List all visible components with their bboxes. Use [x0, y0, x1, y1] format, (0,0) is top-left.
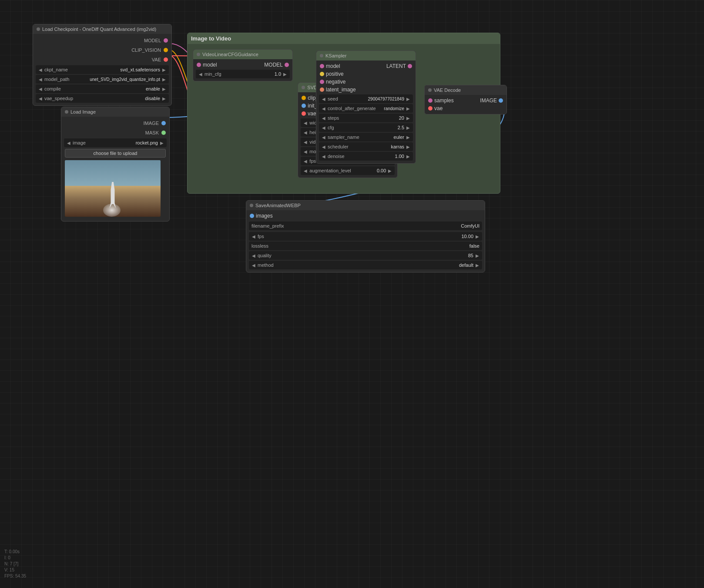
video-linear-cfg-node: VideoLinearCFGGuidance model MODEL ◀ min… [193, 49, 293, 81]
image-field-left-arrow[interactable]: ◀ [66, 141, 72, 145]
steps-right-arrow[interactable]: ▶ [405, 116, 411, 121]
vae-decode-image-label: IMAGE [480, 97, 497, 104]
motion-bucket-left-arrow[interactable]: ◀ [302, 149, 308, 154]
vlcfg-model-input: model [197, 62, 217, 68]
augmentation-value: 0.00 [351, 168, 387, 173]
image-field-label: image [72, 140, 115, 145]
model-path-right-arrow[interactable]: ▶ [161, 77, 167, 82]
vae-decode-vae-in[interactable] [428, 106, 432, 111]
vae-decode-vae-label: vae [434, 105, 443, 111]
vlcfg-model-in[interactable] [197, 63, 201, 67]
vae-decode-image-out[interactable] [499, 98, 503, 103]
video-linear-cfg-header[interactable]: VideoLinearCFGGuidance [193, 50, 292, 59]
control-after-right[interactable]: ▶ [405, 106, 411, 111]
vae-decode-samples-label: samples [434, 97, 454, 104]
seed-left-arrow[interactable]: ◀ [321, 97, 327, 101]
denoise-left-arrow[interactable]: ◀ [321, 154, 327, 159]
image-to-video-header[interactable]: Image to Video [188, 33, 500, 44]
status-fps: FPS: 54.35 [4, 573, 26, 579]
vae-connector-out[interactable] [164, 57, 168, 62]
svd-vae-in[interactable] [302, 111, 306, 116]
ckpt-name-right-arrow[interactable]: ▶ [161, 67, 167, 72]
vae-speedup-left-arrow[interactable]: ◀ [37, 96, 44, 101]
ckpt-name-left-arrow[interactable]: ◀ [37, 67, 44, 72]
augmentation-right-arrow[interactable]: ▶ [387, 168, 393, 173]
model-path-left-arrow[interactable]: ◀ [37, 77, 44, 82]
image-field-right-arrow[interactable]: ▶ [159, 141, 165, 145]
upload-button[interactable]: choose file to upload [65, 149, 166, 158]
scheduler-right-arrow[interactable]: ▶ [405, 144, 411, 149]
ksampler-latent-output: LATENT [386, 63, 412, 69]
compile-right-arrow[interactable]: ▶ [161, 87, 167, 91]
scheduler-left-arrow[interactable]: ◀ [321, 144, 327, 149]
ckpt-name-row: ◀ ckpt_name svd_xt.safetensors ▶ [36, 65, 169, 74]
ksampler-negative-in[interactable] [320, 80, 324, 84]
steps-value: 20 [366, 115, 405, 121]
augmentation-left-arrow[interactable]: ◀ [302, 168, 308, 173]
seed-right-arrow[interactable]: ▶ [405, 97, 411, 101]
image-connector-out[interactable] [161, 121, 166, 125]
ksampler-latent-in[interactable] [320, 87, 324, 92]
save-fps-label: fps [257, 234, 365, 239]
denoise-right-arrow[interactable]: ▶ [405, 154, 411, 159]
ckpt-name-label: ckpt_name [44, 67, 102, 72]
compile-left-arrow[interactable]: ◀ [37, 87, 44, 91]
min-cfg-right-arrow[interactable]: ▶ [282, 72, 288, 77]
mask-connector-out[interactable] [161, 131, 166, 135]
model-connector-out[interactable] [164, 38, 168, 43]
sampler-name-left[interactable]: ◀ [321, 135, 327, 140]
vae-speedup-right-arrow[interactable]: ▶ [161, 96, 167, 101]
vae-decode-header[interactable]: VAE Decode [425, 85, 506, 95]
video-frames-left-arrow[interactable]: ◀ [302, 140, 308, 144]
steps-left-arrow[interactable]: ◀ [321, 116, 327, 121]
min-cfg-row: ◀ min_cfg 1.0 ▶ [196, 70, 290, 78]
vlcfg-model-out[interactable] [285, 63, 289, 67]
svd-init-image-in[interactable] [302, 104, 306, 108]
cfg-left-arrow[interactable]: ◀ [321, 125, 327, 130]
save-animated-webp-header[interactable]: SaveAnimatedWEBP [246, 201, 485, 210]
load-checkpoint-header[interactable]: Load Checkpoint - OneDiff Quant Advanced… [33, 24, 171, 34]
vlcfg-model-input-label: model [203, 62, 217, 68]
svd-clip-vision-in[interactable] [302, 96, 306, 100]
method-label: method [257, 262, 365, 268]
ksampler-positive-row: positive [316, 70, 416, 78]
lossless-row: lossless false [249, 242, 482, 250]
cfg-right-arrow[interactable]: ▶ [405, 125, 411, 130]
save-fps-right-arrow[interactable]: ▶ [474, 234, 480, 239]
sampler-name-right[interactable]: ▶ [405, 135, 411, 140]
load-image-node: Load Image IMAGE MASK ◀ image rocket.png… [61, 107, 170, 222]
control-after-left[interactable]: ◀ [321, 106, 327, 111]
ksampler-latent-out[interactable] [408, 64, 412, 68]
output-clip-vision-label: CLIP_VISION [131, 47, 161, 53]
load-image-status-dot [65, 110, 68, 114]
width-left-arrow[interactable]: ◀ [302, 121, 308, 125]
quality-right-arrow[interactable]: ▶ [474, 253, 480, 258]
method-right-arrow[interactable]: ▶ [474, 263, 480, 268]
method-left-arrow[interactable]: ◀ [251, 263, 257, 268]
vae-decode-samples-input: samples [428, 97, 454, 104]
filename-prefix-label: filename_prefix [251, 223, 365, 228]
vlcfg-status-dot [197, 53, 200, 56]
fps-svd-left-arrow[interactable]: ◀ [302, 159, 308, 164]
ksampler-header[interactable]: KSampler [316, 51, 416, 60]
save-fps-left-arrow[interactable]: ◀ [251, 234, 257, 239]
vae-decode-samples-in[interactable] [428, 98, 432, 103]
save-images-in[interactable] [250, 214, 254, 218]
clip-vision-connector-out[interactable] [164, 48, 168, 52]
output-vae-label: VAE [152, 57, 161, 62]
vlcfg-model-row: model MODEL [193, 61, 292, 69]
load-image-header[interactable]: Load Image [61, 107, 169, 117]
steps-label: steps [327, 115, 366, 121]
filename-prefix-value: ComfyUI [365, 223, 480, 228]
ksampler-positive-in[interactable] [320, 72, 324, 76]
height-left-arrow[interactable]: ◀ [302, 130, 308, 135]
quality-left-arrow[interactable]: ◀ [251, 253, 257, 258]
vae-decode-samples-row: samples IMAGE [425, 97, 506, 104]
load-checkpoint-title: Load Checkpoint - OneDiff Quant Advanced… [42, 27, 156, 32]
min-cfg-left-arrow[interactable]: ◀ [198, 72, 204, 77]
save-animated-webp-node: SaveAnimatedWEBP images filename_prefix … [246, 200, 485, 272]
ksampler-model-in[interactable] [320, 64, 324, 68]
save-status-dot [250, 204, 253, 207]
ksampler-negative-row: negative [316, 78, 416, 86]
save-animated-webp-title: SaveAnimatedWEBP [255, 203, 301, 208]
